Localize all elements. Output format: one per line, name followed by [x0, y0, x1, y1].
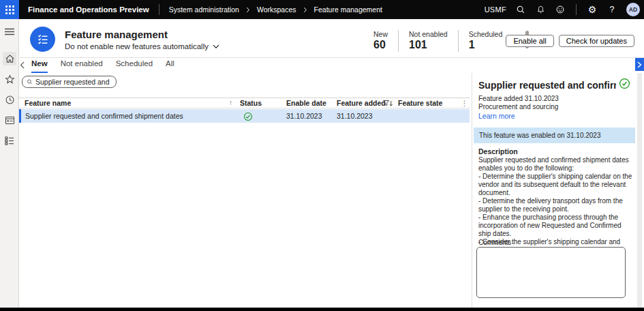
enabled-check-circle-icon [619, 78, 630, 89]
detail-module: Procurement and sourcing [478, 103, 558, 110]
app-title[interactable]: Finance and Operations Preview [28, 5, 149, 14]
tab-all[interactable]: All [166, 59, 174, 73]
grid-more-options-icon[interactable]: ⋮ [461, 99, 468, 107]
column-header-status[interactable]: Status [240, 99, 262, 107]
user-avatar[interactable]: AD [626, 3, 640, 16]
auto-enable-dropdown[interactable]: Do not enable new features automatically [65, 42, 219, 50]
kpi-label: New [373, 30, 388, 38]
navigation-sidebar [0, 19, 19, 308]
tab-label: All [166, 59, 174, 68]
feature-list-icon [36, 33, 50, 46]
enabled-info-banner: This feature was enabled on 31.10.2023 [474, 128, 635, 143]
search-input[interactable] [35, 78, 112, 86]
top-navigation-bar: Finance and Operations Preview System ad… [0, 0, 644, 19]
header-divider [20, 57, 644, 58]
chevron-right-icon [303, 7, 308, 13]
recent-clock-icon[interactable] [3, 93, 16, 106]
grid-header-row: Feature name ↑ Status Enable date Featur… [19, 98, 470, 108]
modules-list-icon[interactable] [3, 134, 16, 147]
sort-ascending-icon[interactable]: ↑ [229, 99, 232, 106]
feature-search-box[interactable] [22, 76, 117, 88]
filter-tabs: New Not enabled Scheduled All [31, 59, 174, 73]
expand-panel-button[interactable] [635, 58, 644, 71]
tabs-back-chevron-icon[interactable] [20, 61, 28, 70]
feature-details-panel: Supplier requested and confirme... Featu… [474, 73, 635, 308]
forms-window-icon[interactable] [3, 113, 16, 127]
app-launcher-button[interactable] [0, 0, 19, 19]
app-window: Finance and Operations Preview System ad… [0, 0, 644, 311]
filter-icon[interactable] [383, 100, 393, 107]
kpi-tile-scheduled[interactable]: Scheduled 1 [458, 30, 513, 52]
chevron-down-icon [213, 44, 219, 49]
kpi-tile-new[interactable]: New 60 [368, 30, 398, 52]
header-actions: Enable all Check for updates [506, 35, 634, 47]
hamburger-menu-icon[interactable] [3, 25, 16, 38]
auto-enable-dropdown-label: Do not enable new features automatically [65, 42, 209, 50]
enable-all-button[interactable]: Enable all [506, 35, 553, 47]
check-for-updates-button[interactable]: Check for updates [559, 35, 634, 47]
feedback-smiley-icon[interactable] [555, 4, 566, 15]
table-row-selected[interactable]: Supplier requested and confirmed shipmen… [19, 109, 470, 123]
tab-scheduled[interactable]: Scheduled [116, 59, 153, 73]
topbar-divider [576, 4, 577, 15]
kpi-value: 60 [373, 39, 388, 51]
kpi-value: 1 [469, 39, 503, 51]
breadcrumb-item-system-administration[interactable]: System administration [169, 5, 239, 14]
kpi-label: Not enabled [409, 30, 448, 38]
tab-not-enabled[interactable]: Not enabled [61, 59, 103, 73]
waffle-icon [5, 5, 14, 14]
column-header-feature-added[interactable]: Feature added [337, 99, 386, 107]
tab-label: New [31, 59, 48, 68]
comments-textarea[interactable] [476, 247, 626, 298]
column-header-feature-state[interactable]: Feature state [398, 99, 442, 107]
tab-label: Scheduled [116, 59, 153, 68]
panel-scrollbar[interactable] [637, 73, 642, 308]
search-icon [27, 78, 33, 85]
banner-text: This feature was enabled on 31.10.2023 [479, 132, 600, 139]
detail-title: Supplier requested and confirme... [478, 80, 616, 91]
breadcrumb-item-feature-management[interactable]: Feature management [314, 5, 382, 14]
chevron-right-icon [245, 7, 251, 13]
kpi-value: 101 [409, 39, 448, 51]
topbar-actions: USMF ⚙ ? AD [485, 3, 644, 16]
favorites-star-icon[interactable] [3, 72, 16, 86]
column-header-enable-date[interactable]: Enable date [286, 99, 326, 107]
detail-feature-added: Feature added 31.10.2023 [478, 95, 559, 102]
bottom-bar [0, 308, 644, 311]
tab-new[interactable]: New [31, 59, 48, 73]
kpi-label: Scheduled [469, 30, 503, 38]
help-icon[interactable]: ? [607, 4, 617, 15]
page-title: Feature management [65, 29, 168, 40]
kpi-tile-not-enabled[interactable]: Not enabled 101 [398, 30, 458, 52]
cell-feature-name: Supplier requested and confirmed shipmen… [25, 112, 183, 120]
search-icon[interactable] [515, 4, 526, 15]
chevron-right-icon [637, 61, 642, 68]
cell-feature-added: 31.10.2023 [337, 112, 373, 120]
description-label: Description [478, 147, 518, 156]
topbar-divider [159, 4, 159, 15]
column-header-feature-name[interactable]: Feature name [25, 99, 71, 107]
workspace-icon [30, 27, 55, 52]
company-picker[interactable]: USMF [485, 5, 506, 14]
status-check-circle-icon [243, 112, 253, 121]
breadcrumb: System administration Workspaces Feature… [169, 5, 382, 14]
comments-label: Comments [478, 239, 511, 246]
pane-divider [472, 73, 472, 308]
home-icon[interactable] [3, 52, 16, 65]
tab-label: Not enabled [61, 59, 103, 68]
settings-gear-icon[interactable]: ⚙ [587, 4, 598, 15]
cell-enable-date: 31.10.2023 [286, 112, 322, 120]
notifications-bell-icon[interactable] [535, 4, 546, 15]
breadcrumb-item-workspaces[interactable]: Workspaces [257, 5, 296, 14]
learn-more-link[interactable]: Learn more [478, 112, 515, 120]
kpi-tiles: New 60 Not enabled 101 Scheduled 1 [368, 30, 512, 52]
